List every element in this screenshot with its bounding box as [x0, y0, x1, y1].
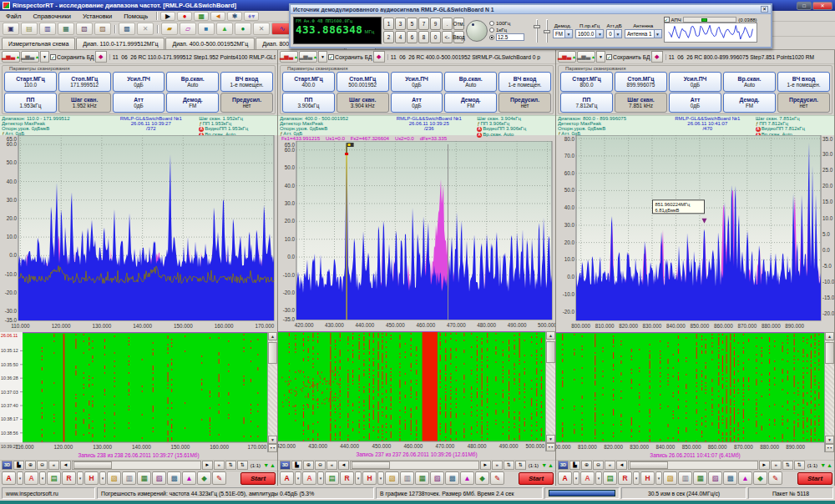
param-button-пп[interactable]: ПП3.906кГц: [282, 93, 335, 113]
maximize-button[interactable]: □: [797, 2, 812, 10]
param-button-предусил[interactable]: Предусил.нет: [220, 93, 273, 113]
alarm-icon[interactable]: ◆: [95, 51, 107, 63]
param-button-стартмгц[interactable]: Старт.МГц110.0: [4, 72, 57, 92]
h-graph-dropdown[interactable]: ▾: [377, 471, 384, 485]
menu-item-1[interactable]: Файл: [0, 13, 27, 20]
marker-a-dropdown[interactable]: ▾: [295, 471, 301, 485]
param-button-стопмгц[interactable]: Стоп.МГц171.999512: [58, 72, 111, 92]
copy-icon[interactable]: ▥: [400, 471, 414, 485]
shift-down-button[interactable]: ⇅: [237, 461, 248, 470]
notebook-icon[interactable]: ▤: [47, 471, 61, 485]
close-button[interactable]: ✕: [812, 2, 832, 10]
scroll-track[interactable]: [546, 340, 555, 435]
keypad-key-9[interactable]: 9: [430, 18, 441, 30]
grid-icon[interactable]: ▦: [194, 12, 209, 21]
step-left-button[interactable]: ◄: [616, 461, 627, 470]
keypad-key-3[interactable]: 3: [395, 18, 406, 30]
measure-scheme-icon[interactable]: ▣: [3, 23, 19, 35]
start-button[interactable]: Start: [240, 472, 276, 485]
cube-icon[interactable]: ▧: [76, 23, 93, 35]
status-url[interactable]: www.inspectorsoft.ru: [2, 487, 95, 499]
tuning-knob[interactable]: [466, 20, 488, 42]
tab-1[interactable]: Измерительная схема: [2, 38, 75, 49]
scroll-up-icon[interactable]: ▲: [546, 331, 555, 340]
green-up-icon[interactable]: ▲: [548, 461, 554, 470]
r-graph-icon[interactable]: R: [618, 471, 632, 485]
param-button-пп[interactable]: ПП1.953кГц: [4, 93, 57, 113]
step-left-button[interactable]: ◄: [60, 461, 71, 470]
waterfall-scrollbar[interactable]: ▲▼▼▼: [545, 331, 555, 451]
marker-b-dropdown[interactable]: ▾: [317, 471, 324, 485]
monitor-icon[interactable]: ▤: [21, 23, 38, 35]
record-settings-button[interactable]: ▂▅▃▲: [299, 51, 317, 63]
zoom-in-button[interactable]: ⊕: [581, 461, 592, 470]
shift-down-button[interactable]: ⇅: [794, 461, 805, 470]
step-input[interactable]: [496, 33, 524, 41]
record-dropdown[interactable]: ▼: [318, 51, 327, 63]
spectrum-plot-1[interactable]: 110.000120.000130.000140.000150.000160.0…: [0, 135, 277, 332]
layers-button[interactable]: ▙: [291, 461, 302, 470]
scroll-up-icon[interactable]: ▲: [268, 332, 277, 340]
r-graph-dropdown[interactable]: ▾: [77, 471, 84, 485]
h-graph-icon[interactable]: H: [362, 471, 377, 485]
antenna-icon[interactable]: ✕: [137, 23, 154, 35]
page-right-button[interactable]: »: [492, 461, 503, 470]
apch-checkbox[interactable]: ✓: [664, 17, 670, 23]
menu-item-2[interactable]: Справочники: [27, 13, 76, 20]
chart-blue-icon[interactable]: ■: [198, 23, 215, 35]
panorama-small-icon[interactable]: ▲: [460, 471, 474, 485]
page-left-button[interactable]: «: [605, 461, 615, 470]
keypad-key-Отм.[interactable]: Отм.: [453, 18, 464, 30]
combo-select-4[interactable]: Антенна 1▼: [625, 29, 662, 38]
panorama-small-icon[interactable]: ▲: [182, 471, 196, 485]
tab-2[interactable]: Диап. 110.0-171.999512МГц: [76, 38, 164, 49]
param-button-шагскан[interactable]: Шаг скан.3.904 kHz: [337, 93, 389, 113]
param-button-атт[interactable]: Атт0дБ: [391, 93, 443, 113]
copy-icon[interactable]: ▥: [122, 471, 136, 485]
h-graph-dropdown[interactable]: ▾: [99, 471, 106, 485]
param-button-стопмгц[interactable]: Стоп.МГц899.996075: [615, 72, 667, 92]
start-button[interactable]: Start: [519, 472, 554, 485]
marker-b-dropdown[interactable]: ▾: [39, 471, 46, 485]
param-button-врскан[interactable]: Вр.скан.Auto: [723, 72, 776, 92]
table-icon[interactable]: ▩: [167, 471, 181, 485]
r-graph-dropdown[interactable]: ▾: [355, 471, 362, 485]
layers-button[interactable]: ▙: [13, 461, 24, 470]
volume-slider[interactable]: [534, 18, 540, 43]
r-graph-icon[interactable]: R: [62, 471, 76, 485]
waterfall-scrollbar[interactable]: ▲▼▼▼: [267, 332, 277, 452]
table-icon[interactable]: ▩: [445, 471, 459, 485]
record-icon[interactable]: ●: [177, 12, 192, 21]
3d-button[interactable]: 3D: [2, 461, 13, 470]
step-radio-custom[interactable]: [489, 33, 531, 41]
save-db-checkbox[interactable]: ✓: [328, 54, 334, 60]
panorama-icon[interactable]: ▥: [39, 23, 56, 35]
menu-item-3[interactable]: Установки: [77, 13, 118, 20]
waterfall-display-1[interactable]: 26.06.1110:35:1210:35:5010:36:2810:37:03…: [0, 332, 267, 452]
step-right-button[interactable]: ►: [759, 461, 770, 470]
waterfall-hscrollbar[interactable]: [628, 461, 758, 470]
scroll-track[interactable]: [825, 340, 834, 436]
param-button-демод[interactable]: Демод.FM: [166, 93, 219, 113]
step-left-button[interactable]: ◄: [338, 461, 349, 470]
scroll-down-icon[interactable]: ▼: [268, 436, 277, 444]
close-gray-icon[interactable]: ✕: [253, 23, 270, 35]
menu-item-4[interactable]: Помощь: [118, 13, 154, 20]
gear-icon[interactable]: ✱: [227, 12, 242, 21]
waterfall-display-2[interactable]: 420.000430.000440.000450.000460.000470.0…: [278, 331, 545, 451]
keypad-key-5[interactable]: 5: [407, 18, 418, 30]
param-button-вчвход[interactable]: ВЧ вход1-е помещен.: [777, 72, 830, 92]
import-chart-icon[interactable]: ▧: [152, 471, 166, 485]
record-settings-button[interactable]: ▂▅▃▲: [577, 51, 595, 63]
keypad-key-<-[interactable]: <-: [442, 31, 453, 43]
page-right-button[interactable]: »: [214, 461, 225, 470]
keypad-key-4[interactable]: 4: [395, 31, 406, 43]
scroll-end-icon[interactable]: ▼▼: [825, 444, 834, 452]
marker-b-dropdown[interactable]: ▾: [595, 471, 602, 485]
table-icon[interactable]: ▩: [723, 471, 737, 485]
play-icon[interactable]: ▶: [160, 12, 175, 21]
waterfall-hscrollbar[interactable]: [72, 461, 201, 470]
start-button[interactable]: Start: [797, 472, 832, 485]
picture-icon[interactable]: ▩: [119, 23, 135, 35]
folder-open-icon[interactable]: ▨: [107, 471, 121, 485]
